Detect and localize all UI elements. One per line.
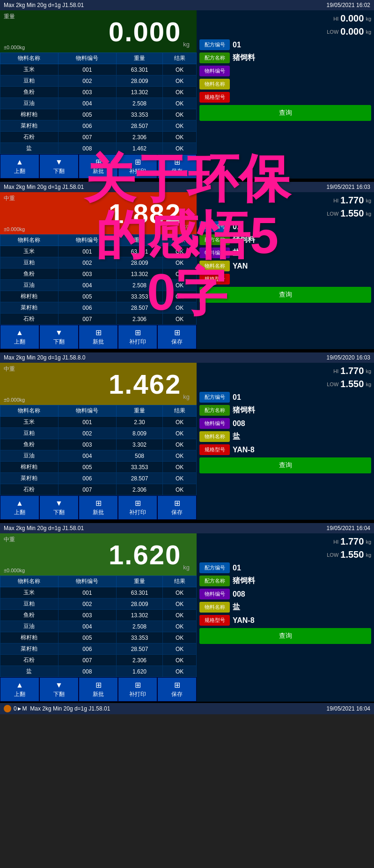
table-cell: 33.353 <box>116 291 162 302</box>
query-button[interactable]: 查询 <box>199 628 371 644</box>
hi-value: 1.770 <box>340 195 364 206</box>
table-row[interactable]: 豆油0042.508OK <box>0 98 197 109</box>
btn-下翻[interactable]: ▼下翻 <box>39 325 79 349</box>
query-button[interactable]: 查询 <box>199 457 371 473</box>
table-row[interactable]: 豆粕0028.009OK <box>0 428 197 439</box>
table-row[interactable]: 鱼粉0033.302OK <box>0 439 197 450</box>
btn-icon: ⊞ <box>135 328 141 337</box>
table-cell: 豆油 <box>0 450 59 462</box>
btn-新批[interactable]: ⊞新批 <box>79 677 118 702</box>
btn-下翻[interactable]: ▼下翻 <box>39 677 79 702</box>
table-cell: 33.353 <box>116 109 162 120</box>
table-row[interactable]: 豆油004508OK <box>0 450 197 462</box>
table-header: 重量 <box>116 53 162 64</box>
table-row[interactable]: 棉籽粕00533.353OK <box>0 632 197 644</box>
table-cell: OK <box>163 599 197 610</box>
info-value: 01 <box>233 564 241 572</box>
btn-保存[interactable]: ⊞保存 <box>157 495 197 520</box>
info-tag: 配方编号 <box>199 562 230 573</box>
table-cell: 豆粕 <box>0 75 59 87</box>
btn-上翻[interactable]: ▲上翻 <box>0 677 39 702</box>
table-row[interactable]: 玉米00163.301OK <box>0 246 197 257</box>
low-label: LOW <box>327 552 338 558</box>
low-value: 1.550 <box>340 208 364 219</box>
btn-新批[interactable]: ⊞新批 <box>79 495 118 520</box>
hi-label: HI <box>333 539 338 545</box>
query-button[interactable]: 查询 <box>199 287 371 303</box>
btn-保存[interactable]: ⊞保存 <box>157 677 197 702</box>
weight-top-label: 重量 <box>4 13 15 21</box>
table-row[interactable]: 鱼粉00313.302OK <box>0 269 197 280</box>
query-button[interactable]: 查询 <box>199 105 371 121</box>
info-tag: 配方名称 <box>199 405 230 416</box>
btn-保存[interactable]: ⊞保存 <box>157 325 197 349</box>
data-table-panel4: 物料名称物料编号重量结果玉米00163.301OK豆粕00228.009OK鱼粉… <box>0 576 197 677</box>
btn-上翻[interactable]: ▲上翻 <box>0 325 39 349</box>
table-cell: 2.508 <box>116 280 162 291</box>
table-cell: 006 <box>58 473 116 484</box>
btn-补打印[interactable]: ⊞补打印 <box>118 154 157 179</box>
table-cell: OK <box>163 64 197 75</box>
table-row[interactable]: 盐0081.620OK <box>0 666 197 677</box>
table-row[interactable]: 豆粕00228.009OK <box>0 75 197 87</box>
table-cell: 33.353 <box>116 462 162 473</box>
info-row: 配方名称猪饲料 <box>199 234 371 245</box>
btn-icon: ⊞ <box>95 681 102 689</box>
table-row[interactable]: 鱼粉00313.302OK <box>0 610 197 621</box>
btn-补打印[interactable]: ⊞补打印 <box>118 677 157 702</box>
btn-新批[interactable]: ⊞新批 <box>79 325 118 349</box>
btn-补打印[interactable]: ⊞补打印 <box>118 325 157 349</box>
table-row[interactable]: 石粉0072.306OK <box>0 132 197 143</box>
table-row[interactable]: 豆粕00228.009OK <box>0 257 197 269</box>
table-cell: OK <box>163 587 197 599</box>
btn-label: 保存 <box>171 167 183 175</box>
table-header: 物料名称 <box>0 576 59 587</box>
btn-下翻[interactable]: ▼下翻 <box>39 154 79 179</box>
table-row[interactable]: 豆油0042.508OK <box>0 280 197 291</box>
table-cell: 1.462 <box>116 143 162 154</box>
table-cell: 鱼粉 <box>0 87 59 98</box>
header-bar-panel4: Max 2kg Min 20g d=1g J1.58.0119/05/2021 … <box>0 523 374 533</box>
info-tag: 配方名称 <box>199 234 230 245</box>
btn-上翻[interactable]: ▲上翻 <box>0 495 39 520</box>
table-row[interactable]: 豆粕00228.009OK <box>0 599 197 610</box>
table-row[interactable]: 石粉0072.306OK <box>0 484 197 495</box>
btn-下翻[interactable]: ▼下翻 <box>39 495 79 520</box>
info-tag: 物料名称 <box>199 79 230 90</box>
info-value: 盐 <box>233 602 240 612</box>
table-row[interactable]: 石粉0072.306OK <box>0 655 197 666</box>
info-row: 配方名称猪饲料 <box>199 52 371 63</box>
table-row[interactable]: 菜籽粕00628.507OK <box>0 302 197 314</box>
table-header: 结果 <box>163 405 197 417</box>
info-tag: 规格型号 <box>199 444 230 455</box>
btn-icon: ⊞ <box>174 157 180 166</box>
table-row[interactable]: 棉籽粕00533.353OK <box>0 291 197 302</box>
info-panel-panel2: HI1.770kgLOW1.550kg配方编号01配方名称猪饲料物料编号盐物料名… <box>197 192 374 349</box>
btn-上翻[interactable]: ▲上翻 <box>0 154 39 179</box>
btn-icon: ⊞ <box>174 328 180 337</box>
table-row[interactable]: 鱼粉00313.302OK <box>0 87 197 98</box>
btn-新批[interactable]: ⊞新批 <box>79 154 118 179</box>
btn-保存[interactable]: ⊞保存 <box>157 154 197 179</box>
table-cell: 菜籽粕 <box>0 644 59 655</box>
table-cell: 28.009 <box>116 599 162 610</box>
table-row[interactable]: 玉米0012.30OK <box>0 417 197 428</box>
table-row[interactable]: 玉米00163.301OK <box>0 587 197 599</box>
table-row[interactable]: 菜籽粕00628.507OK <box>0 644 197 655</box>
low-row: LOW1.550kg <box>199 549 371 560</box>
table-row[interactable]: 棉籽粕00533.353OK <box>0 109 197 120</box>
table-row[interactable]: 盐0081.462OK <box>0 143 197 154</box>
table-cell: 001 <box>58 587 116 599</box>
info-row: 物料编号008 <box>199 589 371 599</box>
table-row[interactable]: 菜籽粕00628.507OK <box>0 473 197 484</box>
table-row[interactable]: 豆油0042.508OK <box>0 621 197 632</box>
table-cell: OK <box>163 257 197 269</box>
btn-补打印[interactable]: ⊞补打印 <box>118 495 157 520</box>
table-row[interactable]: 棉籽粕00533.353OK <box>0 462 197 473</box>
table-row[interactable]: 菜籽粕00628.507OK <box>0 120 197 132</box>
table-cell: 棉籽粕 <box>0 462 59 473</box>
table-row[interactable]: 玉米00163.301OK <box>0 64 197 75</box>
table-row[interactable]: 石粉0072.306OK <box>0 314 197 325</box>
info-row: 物料编号盐 <box>199 247 371 258</box>
table-cell: 004 <box>58 98 116 109</box>
